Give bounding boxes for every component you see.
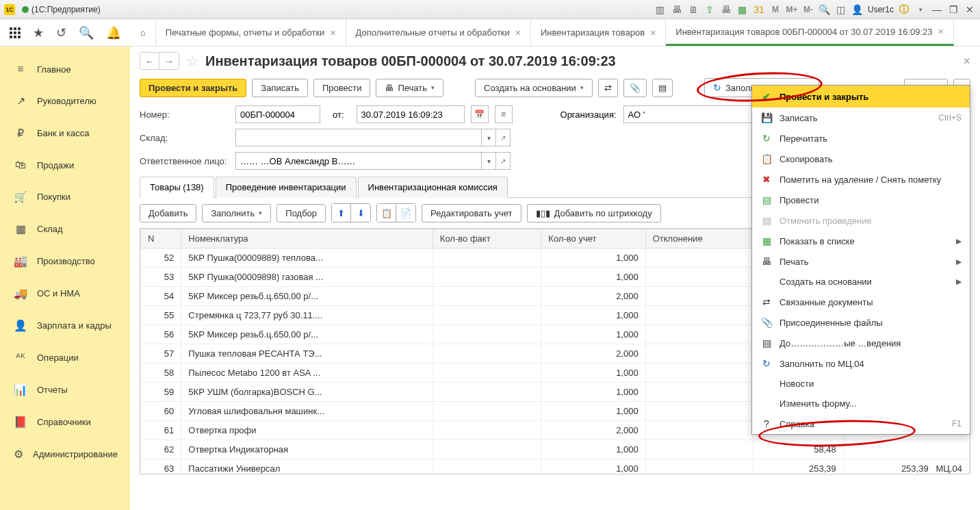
sidebar-item[interactable]: ᴬᴷОперации — [0, 344, 130, 371]
column-header[interactable]: N — [141, 229, 181, 248]
tool-zoom-icon[interactable]: 🔍 — [818, 3, 831, 16]
add-barcode-button[interactable]: ▮▯▮Добавить по штрихкоду — [527, 204, 661, 222]
dropdown-item[interactable]: ↻Заполнить по МЦ.04 — [752, 353, 970, 374]
link-button[interactable]: ⇄ — [598, 79, 618, 97]
sidebar-item[interactable]: ≡Главное — [0, 56, 130, 82]
tool-print-icon[interactable]: 🖶 — [671, 3, 683, 16]
favorite-icon[interactable]: ☆ — [186, 53, 198, 69]
warehouse-input[interactable] — [235, 129, 482, 146]
tool-folder-icon[interactable]: ▥ — [654, 3, 667, 16]
tool-export-icon[interactable]: ⇪ — [704, 3, 716, 16]
sidebar-item[interactable]: 👤Зарплата и кадры — [0, 312, 130, 339]
sidebar-item[interactable]: ▦Склад — [0, 216, 130, 242]
forward-button[interactable]: → — [159, 53, 179, 69]
resp-input[interactable] — [235, 152, 482, 170]
tab-1[interactable]: Дополнительные отчеты и обработки× — [346, 19, 531, 46]
sidebar-item[interactable]: 🛍Продажи — [0, 152, 130, 178]
attach-button[interactable]: 📎 — [623, 79, 647, 97]
sidebar-item[interactable]: ₽Банк и касса — [0, 120, 130, 146]
copy-button[interactable]: 📋 — [377, 204, 396, 222]
user-label[interactable]: User1c — [868, 5, 894, 14]
post-button[interactable]: Провести — [313, 79, 371, 97]
create-based-button[interactable]: Создать на основании▾ — [475, 79, 593, 97]
dropdown-item[interactable]: ✔Провести и закрыть — [752, 86, 970, 107]
history-icon[interactable]: ↺ — [56, 25, 66, 40]
write-button[interactable]: Записать — [252, 79, 308, 97]
dropdown-item[interactable]: ✖Пометить на удаление / Снять пометку — [752, 169, 970, 190]
info-icon[interactable]: ⓘ — [898, 3, 910, 16]
select-caret-icon[interactable]: ▾ — [481, 129, 496, 146]
tool-calc-icon[interactable]: ▦ — [736, 3, 749, 16]
tool-m-icon[interactable]: M — [769, 3, 782, 16]
dropdown-item[interactable]: ?СправкаF1 — [752, 413, 970, 434]
column-header[interactable]: Отклонение — [645, 229, 753, 248]
fill-button[interactable]: Заполнить▾ — [202, 204, 271, 222]
bell-icon[interactable]: 🔔 — [106, 25, 121, 40]
tool-print2-icon[interactable]: 🖶 — [720, 3, 732, 16]
apps-icon[interactable] — [10, 27, 21, 38]
move-down-button[interactable]: ⬇ — [351, 204, 370, 222]
dropdown-item[interactable]: 🖶Печать▶ — [752, 251, 970, 272]
tab-0[interactable]: Печатные формы, отчеты и обработки× — [156, 19, 346, 46]
sidebar-item[interactable]: 🏭Производство — [0, 248, 130, 275]
close-icon[interactable]: × — [650, 27, 656, 38]
paste-button[interactable]: 📄 — [396, 204, 415, 222]
dropdown-item[interactable]: 💾ЗаписатьCtrl+S — [752, 107, 970, 128]
tool-doc-icon[interactable]: 🗎 — [687, 3, 699, 16]
back-button[interactable]: ← — [140, 53, 159, 69]
dropdown-item[interactable]: Изменить форму... — [752, 394, 970, 413]
open-icon[interactable]: ↗ — [495, 152, 511, 170]
tool-calendar-icon[interactable]: 31 — [753, 3, 765, 16]
close-window-icon[interactable]: ✕ — [964, 3, 976, 16]
page-close-icon[interactable]: × — [963, 54, 970, 68]
search-icon[interactable]: 🔍 — [79, 25, 94, 40]
close-icon[interactable]: × — [330, 27, 335, 38]
sidebar-item[interactable]: ⚙Администрирование — [0, 441, 130, 468]
tab-3[interactable]: Инвентаризация товаров 00БП-000004 от 30… — [666, 19, 953, 46]
column-header[interactable]: Номенклатура — [181, 229, 433, 248]
sidebar-item[interactable]: 🛒Покупки — [0, 183, 130, 210]
table-row[interactable]: 63 Пассатижи Универсал 1,000 253,39 253,… — [141, 459, 970, 475]
restore-icon[interactable]: ❐ — [947, 3, 959, 16]
minimize-icon[interactable]: — — [931, 3, 943, 16]
dropdown-item[interactable]: ⇄Связанные документы — [752, 292, 970, 312]
tool-panels-icon[interactable]: ◫ — [835, 3, 847, 16]
tool-mplus-icon[interactable]: M+ — [786, 3, 798, 16]
pick-button[interactable]: Подбор — [276, 204, 326, 222]
close-icon[interactable]: × — [938, 26, 944, 37]
sidebar-item[interactable]: 🚚ОС и НМА — [0, 280, 130, 307]
dropdown-item[interactable]: 📋Скопировать — [752, 149, 970, 169]
tool-mminus-icon[interactable]: M- — [802, 3, 814, 16]
tab-2[interactable]: Инвентаризация товаров× — [531, 19, 666, 46]
user-icon[interactable]: 👤 — [851, 3, 864, 16]
dropdown-item[interactable]: Создать на основании▶ — [752, 272, 970, 292]
dropdown-item[interactable]: Новости — [752, 374, 970, 394]
print-button[interactable]: 🖶Печать▾ — [376, 79, 443, 97]
info-caret-icon[interactable]: ▾ — [914, 3, 927, 16]
dropdown-item[interactable]: ▤Провести — [752, 190, 970, 210]
lines-icon[interactable]: ≡ — [495, 105, 513, 123]
add-button[interactable]: Добавить — [140, 204, 196, 222]
sub-tab-commission[interactable]: Инвентаризационная комиссия — [358, 177, 508, 198]
column-header[interactable]: Кол-во факт — [433, 229, 541, 248]
edit-account-button[interactable]: Редактировать учет — [422, 204, 521, 222]
table-row[interactable]: 62 Отвертка Индикаторная 1,000 58,48 — [141, 440, 970, 459]
move-up-button[interactable]: ⬆ — [332, 204, 351, 222]
open-icon[interactable]: ↗ — [495, 129, 511, 146]
list-button[interactable]: ▤ — [652, 79, 673, 97]
number-input[interactable] — [235, 105, 320, 123]
dropdown-item[interactable]: ▦Показать в списке▶ — [752, 231, 970, 251]
dropdown-item[interactable]: ▤До………………ые …ведения — [752, 333, 970, 353]
column-header[interactable]: Кол-во учет — [541, 229, 645, 248]
post-and-close-button[interactable]: Провести и закрыть — [140, 79, 246, 97]
close-icon[interactable]: × — [515, 27, 521, 38]
calendar-icon[interactable]: 📅 — [471, 105, 489, 123]
sidebar-item[interactable]: 📕Справочники — [0, 409, 130, 435]
select-caret-icon[interactable]: ▾ — [481, 152, 496, 170]
tab-home[interactable]: ⌂ — [131, 19, 156, 46]
sidebar-item[interactable]: ↗Руководителю — [0, 88, 130, 114]
date-input[interactable] — [357, 105, 465, 123]
star-icon[interactable]: ★ — [33, 25, 44, 40]
sidebar-item[interactable]: 📊Отчеты — [0, 377, 130, 403]
dropdown-item[interactable]: ↻Перечитать — [752, 128, 970, 149]
